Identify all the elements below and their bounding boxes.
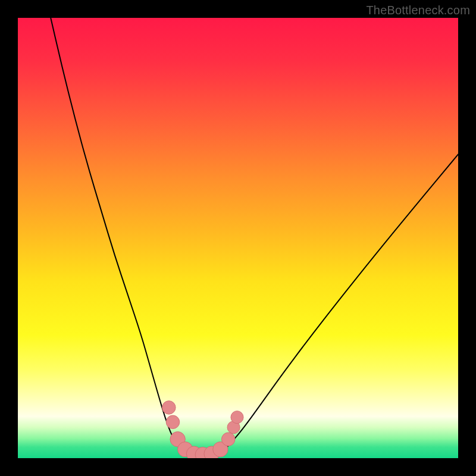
chart-canvas bbox=[18, 18, 458, 458]
markers-group bbox=[162, 401, 243, 458]
marker-point bbox=[221, 433, 235, 446]
marker-point bbox=[162, 401, 176, 415]
marker-point bbox=[231, 411, 243, 424]
curves-group bbox=[49, 18, 458, 456]
plot-area bbox=[18, 18, 458, 458]
series-right-curve bbox=[220, 154, 458, 453]
chart-frame: TheBottleneck.com bbox=[0, 0, 476, 476]
series-left-curve bbox=[49, 18, 185, 454]
watermark-text: TheBottleneck.com bbox=[366, 4, 470, 17]
marker-point bbox=[166, 415, 180, 429]
